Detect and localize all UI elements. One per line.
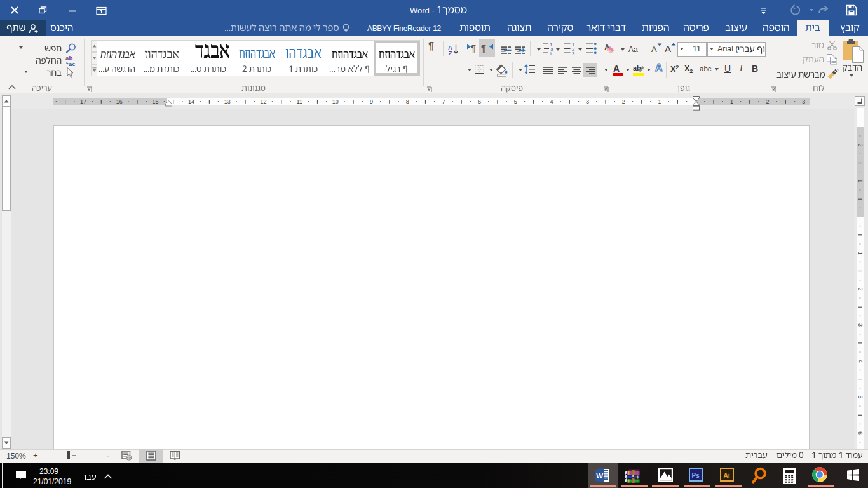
svg-text:i: i [550, 51, 552, 56]
svg-text:Ps: Ps [692, 472, 700, 479]
svg-text:ac: ac [69, 60, 76, 67]
svg-text:16: 16 [116, 98, 123, 105]
svg-text:12: 12 [260, 98, 266, 105]
svg-text:17: 17 [80, 98, 86, 105]
svg-text:A: A [613, 64, 620, 74]
svg-text:¶: ¶ [471, 43, 476, 53]
svg-text:13: 13 [224, 98, 231, 105]
svg-text:9: 9 [370, 98, 373, 105]
svg-text:5: 5 [514, 98, 517, 105]
svg-text:11: 11 [296, 98, 302, 105]
svg-text:Z: Z [449, 50, 452, 57]
svg-text:2: 2 [766, 98, 770, 105]
svg-text:Ai: Ai [724, 472, 730, 479]
svg-text:6: 6 [478, 98, 481, 105]
svg-text:2: 2 [857, 287, 864, 290]
svg-text:5: 5 [857, 395, 864, 398]
svg-text:7: 7 [442, 98, 445, 105]
svg-text:3: 3 [802, 98, 805, 105]
svg-text:1: 1 [857, 252, 864, 255]
svg-text:4: 4 [550, 98, 553, 105]
svg-text:1: 1 [857, 179, 864, 182]
svg-text:14: 14 [188, 98, 194, 105]
svg-text:6: 6 [857, 431, 864, 435]
svg-text:1: 1 [730, 98, 733, 105]
svg-text:4: 4 [857, 360, 864, 363]
svg-text:8: 8 [406, 98, 409, 105]
svg-text:15: 15 [152, 98, 158, 105]
svg-text:W: W [596, 472, 603, 480]
svg-text:3: 3 [572, 51, 574, 56]
svg-text:2: 2 [857, 144, 864, 147]
svg-text:10: 10 [332, 98, 339, 105]
svg-text:3: 3 [857, 323, 864, 327]
svg-text:¶: ¶ [481, 43, 486, 53]
svg-text:2: 2 [622, 98, 625, 105]
svg-text:3: 3 [586, 98, 589, 105]
svg-text:1: 1 [658, 98, 661, 105]
